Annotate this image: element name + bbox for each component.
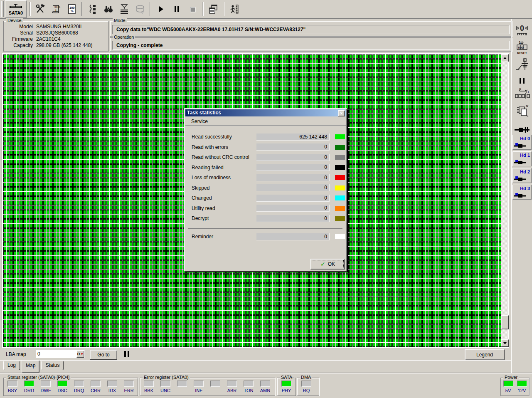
dialog-titlebar[interactable]: Task statistics x — [185, 109, 346, 116]
led-abr: ABR — [224, 381, 240, 393]
hd-button-label: Hd 1 — [520, 153, 530, 158]
dialog-close-button[interactable]: x — [338, 110, 345, 116]
svg-text:0: 0 — [520, 24, 524, 32]
stat-color-swatch — [335, 206, 345, 211]
tab-log[interactable]: Log — [3, 361, 20, 370]
stat-color-swatch — [335, 175, 345, 180]
close-windows-icon: ✕ — [515, 104, 530, 120]
toolbar-gripper — [1, 1, 4, 17]
led-row: 5V12V — [501, 381, 529, 393]
copy-windows-button[interactable] — [205, 1, 221, 17]
hd2-button[interactable]: Hd 2 — [512, 168, 532, 183]
led-indicator — [194, 381, 204, 387]
hd3-button[interactable]: Hd 3 — [512, 185, 532, 200]
scale-100-button[interactable]: 100% — [64, 1, 80, 17]
stat-row: Reading failed0 — [185, 163, 347, 173]
led-5v: 5V — [501, 381, 515, 393]
power-switch-button[interactable] — [513, 57, 531, 74]
stat-label: Skipped — [192, 185, 256, 191]
ok-button[interactable]: ✓ OK — [310, 259, 345, 269]
led-label: 5V — [505, 388, 511, 393]
led-indicator — [107, 381, 117, 387]
stat-label: Changed — [192, 195, 256, 201]
database-button[interactable] — [132, 1, 148, 17]
start-button[interactable] — [153, 1, 169, 17]
stat-bar: 0 — [256, 233, 330, 240]
stat-bar: 0 — [256, 174, 330, 181]
mode-group-title: Mode — [113, 18, 127, 23]
goto-button[interactable]: Go to — [90, 350, 117, 360]
reset-label: RESET — [517, 52, 527, 54]
pause-icon — [518, 77, 526, 86]
led-idx: IDX — [104, 381, 121, 393]
group-title-error: Error register (SATA0) — [143, 375, 190, 380]
structure-button[interactable] — [85, 1, 101, 17]
utilities-button[interactable] — [32, 1, 48, 17]
led-drq: DRQ — [71, 381, 87, 393]
led-rq: RQ — [298, 381, 315, 393]
search-button[interactable] — [101, 1, 116, 17]
svg-text:000: 000 — [518, 46, 524, 49]
dialog-title: Task statistics — [187, 110, 221, 116]
led-label: DWF — [40, 388, 51, 393]
svg-text:✕: ✕ — [525, 104, 529, 109]
registers-button[interactable]: ✕+ — [513, 87, 531, 103]
led-unc: UNC — [157, 381, 174, 393]
led-label: BBK — [144, 388, 153, 393]
scrollbar-track[interactable] — [501, 61, 508, 340]
stat-label: Read with errors — [192, 144, 256, 150]
stat-color-swatch — [335, 155, 345, 160]
stat-color-swatch — [335, 234, 345, 239]
led-row: BBKUNCINFABRTONAMN — [140, 381, 273, 393]
device-field-value: 298.09 GB (625 142 448) — [36, 42, 92, 48]
led-indicator — [57, 381, 67, 387]
led-label: INF — [195, 388, 202, 393]
hd0-button[interactable]: Hd 0 — [512, 135, 532, 150]
led-label: PHY — [282, 388, 291, 393]
device-group-title: Device — [6, 18, 23, 23]
led-label: DRQ — [74, 388, 84, 393]
led-indicator — [301, 381, 311, 387]
toolbar: SATA0 0101i 100% — [0, 0, 532, 19]
down-arrow-icon — [503, 342, 507, 346]
stat-bar: 0 — [256, 164, 330, 171]
hd1-button[interactable]: Hd 1 — [512, 151, 532, 166]
lba-input[interactable] — [36, 350, 76, 358]
close-tasks-button[interactable]: ✕ — [513, 103, 531, 120]
sata0-port-button[interactable]: SATA0 — [5, 0, 27, 18]
group-error: Error register (SATA0)BBKUNCINFABRTONAMN — [140, 378, 275, 396]
pause-button[interactable] — [169, 1, 185, 17]
lba-map-label: LBA map — [6, 351, 26, 357]
recalibrate-button[interactable]: 0 — [513, 22, 531, 39]
stat-color-swatch — [335, 195, 345, 200]
led-indicator — [227, 381, 237, 387]
device-field-label: Capacity — [5, 42, 33, 48]
reset-button[interactable]: 1000 RESET — [513, 39, 531, 55]
scrollbar-thumb[interactable] — [501, 315, 509, 329]
lba-history-button[interactable]: D▼ — [76, 350, 84, 358]
scroll-down-button[interactable] — [501, 339, 509, 347]
tab-status[interactable]: Status — [41, 361, 64, 370]
group-title-status: Status register (SATA0)-[PIO4] — [6, 375, 71, 380]
stat-color-swatch — [335, 165, 345, 170]
script-info-button[interactable]: 0101i — [48, 1, 64, 17]
led-bsy: BSY — [4, 381, 21, 393]
dialog-menu-service[interactable]: Service — [191, 119, 208, 124]
stat-bar: 0 — [256, 154, 330, 161]
compact-map-button[interactable] — [116, 1, 132, 17]
exit-button[interactable] — [226, 1, 242, 17]
legend-button[interactable]: Legend — [465, 349, 505, 360]
stat-label: Read without CRC control — [192, 154, 256, 160]
operation-groupbox: Operation Copying - complete — [110, 37, 512, 52]
stat-label: Decrypt — [192, 215, 256, 221]
stat-bar: 0 — [256, 143, 330, 151]
group-title-power: Power — [503, 375, 519, 380]
led-crr: CRR — [87, 381, 104, 393]
statistics-rows: Read successfully625 142 448Read with er… — [185, 132, 347, 224]
database-icon — [135, 4, 145, 15]
stat-row: Loss of readiness0 — [185, 173, 347, 183]
stop-button[interactable] — [185, 1, 200, 17]
stat-value: 0 — [324, 215, 327, 221]
tab-map[interactable]: Map — [22, 361, 39, 373]
led-label: CRR — [91, 388, 101, 393]
